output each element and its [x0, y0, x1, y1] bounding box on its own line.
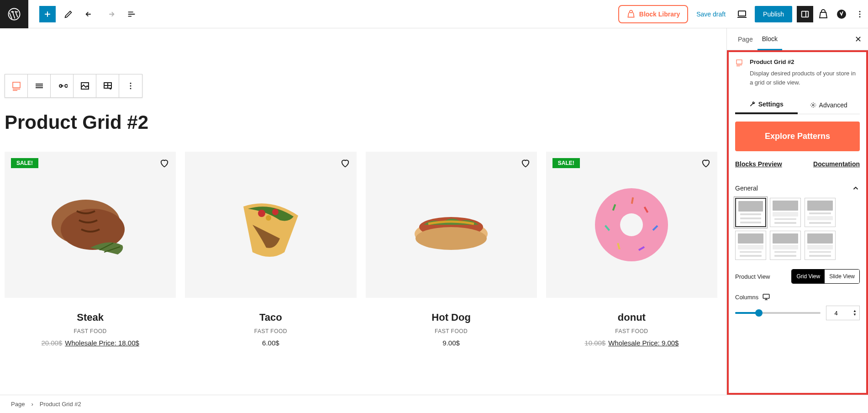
sale-badge: SALE! [11, 158, 38, 168]
product-category: FAST FOOD [5, 328, 176, 334]
tab-page[interactable]: Page [733, 29, 758, 49]
grid-block-icon [11, 80, 22, 91]
heart-icon[interactable] [701, 158, 711, 168]
save-draft-button[interactable]: Save draft [696, 11, 726, 18]
editor-canvas[interactable]: Product Grid #2 SALE! Steak FAST FOOD 20… [0, 28, 726, 395]
product-grid: SALE! Steak FAST FOOD 20.00$Wholesale Pr… [5, 152, 726, 347]
sub-tab-advanced[interactable]: Advanced [798, 96, 860, 114]
blocks-preview-link[interactable]: Blocks Preview [735, 160, 782, 168]
spinner-buttons[interactable]: ▲▼ [853, 309, 857, 317]
style-preset-5[interactable] [770, 231, 801, 260]
kebab-icon [855, 10, 864, 19]
yoast-button[interactable] [833, 6, 850, 22]
svg-rect-7 [13, 82, 20, 88]
svg-point-11 [130, 83, 132, 84]
heart-icon[interactable] [521, 158, 531, 168]
breadcrumb-item[interactable]: Product Grid #2 [40, 401, 81, 408]
block-library-button[interactable]: Block Library [618, 5, 688, 23]
more-options-button[interactable] [852, 6, 868, 22]
sub-tab-settings[interactable]: Settings [735, 96, 798, 114]
product-category: FAST FOOD [366, 328, 537, 334]
settings-sidebar-button[interactable] [797, 6, 813, 22]
product-image [563, 166, 700, 283]
align-icon [34, 80, 45, 91]
heart-icon[interactable] [340, 158, 350, 168]
svg-point-18 [266, 215, 271, 221]
tab-block[interactable]: Block [758, 29, 782, 50]
product-name: donut [546, 312, 717, 323]
breadcrumb: Page › Product Grid #2 [0, 395, 868, 413]
svg-rect-1 [738, 11, 746, 16]
heart-icon[interactable] [159, 158, 169, 168]
old-price: 10.00$ [584, 339, 605, 347]
panel-general-header[interactable]: General [735, 179, 860, 198]
product-name: Taco [185, 312, 356, 323]
redo-button[interactable] [102, 6, 119, 22]
image-icon [79, 80, 90, 91]
block-description: Display desired products of your store i… [750, 69, 860, 87]
infinity-icon [57, 80, 68, 91]
product-card[interactable]: Taco FAST FOOD 6.00$ [185, 152, 356, 347]
product-view-toggle: Grid View Slide View [791, 269, 860, 284]
edit-tool-button[interactable] [60, 6, 77, 22]
wp-logo[interactable] [0, 0, 28, 28]
columns-slider[interactable] [735, 312, 821, 314]
product-category: FAST FOOD [185, 328, 356, 334]
redo-icon [105, 9, 116, 19]
svg-point-32 [812, 104, 814, 106]
style-preset-3[interactable] [805, 198, 836, 227]
transform-button[interactable] [51, 74, 74, 97]
svg-rect-31 [736, 60, 742, 64]
block-library-label: Block Library [639, 11, 680, 18]
breadcrumb-item[interactable]: Page [11, 401, 25, 408]
device-preview-button[interactable] [734, 6, 750, 22]
svg-rect-33 [763, 294, 770, 298]
list-icon [126, 9, 137, 19]
svg-point-23 [620, 213, 643, 236]
undo-button[interactable] [81, 6, 98, 22]
svg-rect-2 [802, 11, 809, 17]
block-type-button[interactable] [5, 74, 28, 97]
slide-view-option[interactable]: Slide View [825, 270, 859, 283]
publish-button[interactable]: Publish [755, 6, 792, 22]
product-image [383, 166, 520, 283]
columns-input[interactable]: ▲▼ [826, 306, 860, 320]
old-price: 20.00$ [41, 339, 62, 347]
wholesale-price: Wholesale Price: 18.00$ [65, 339, 139, 347]
product-card[interactable]: Hot Dog FAST FOOD 9.00$ [366, 152, 537, 347]
product-card[interactable]: SALE! donut FAST FOOD 10.00$Wholesale Pr… [546, 152, 717, 347]
block-toolbar [5, 74, 142, 98]
grid-heading: Product Grid #2 [5, 111, 726, 133]
product-price: 6.00$ [185, 339, 356, 347]
image-button[interactable] [74, 74, 96, 97]
style-preset-1[interactable] [735, 198, 766, 227]
style-preset-2[interactable] [770, 198, 801, 227]
undo-icon [84, 9, 95, 19]
product-image [202, 166, 339, 283]
block-more-button[interactable] [119, 74, 142, 97]
style-preset-6[interactable] [805, 231, 836, 260]
table-icon [102, 80, 113, 91]
desktop-icon[interactable] [762, 293, 770, 301]
table-button[interactable] [96, 74, 119, 97]
sidebar-icon [800, 9, 810, 19]
product-view-label: Product View [735, 273, 770, 280]
grid-view-option[interactable]: Grid View [792, 270, 825, 283]
style-preset-4[interactable] [735, 231, 766, 260]
svg-point-17 [272, 209, 279, 215]
product-name: Hot Dog [366, 312, 537, 323]
wholesale-price: Wholesale Price: 9.00$ [608, 339, 679, 347]
align-button[interactable] [28, 74, 51, 97]
product-price: 9.00$ [366, 339, 537, 347]
document-overview-button[interactable] [123, 6, 140, 22]
pencil-icon [63, 9, 74, 19]
product-card[interactable]: SALE! Steak FAST FOOD 20.00$Wholesale Pr… [5, 152, 176, 347]
documentation-link[interactable]: Documentation [813, 160, 860, 168]
breadcrumb-separator: › [31, 401, 33, 408]
woo-button[interactable] [815, 6, 831, 22]
product-category: FAST FOOD [546, 328, 717, 334]
product-name: Steak [5, 312, 176, 323]
add-block-button[interactable] [39, 6, 56, 22]
explore-patterns-button[interactable]: Explore Patterns [735, 122, 860, 151]
close-sidebar-button[interactable]: ✕ [855, 34, 862, 44]
